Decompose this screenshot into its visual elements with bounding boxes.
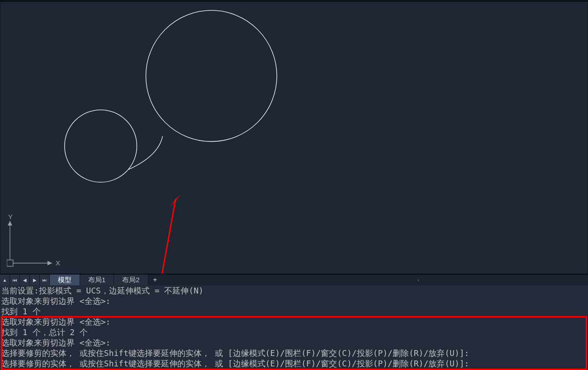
command-line-panel[interactable]: 当前设置:投影模式 = UCS，边延伸模式 = 不延伸(N) 选取对象来剪切边界…: [0, 285, 588, 370]
cmd-line: 选择要修剪的实体， 或按住Shift键选择要延伸的实体， 或 [边缘模式(E)/…: [1, 358, 587, 369]
drawing-canvas[interactable]: X Y: [0, 3, 588, 274]
ucs-indicator: X Y: [7, 215, 61, 269]
tab-add-button[interactable]: +: [148, 274, 162, 285]
tab-model[interactable]: 模型: [50, 274, 80, 285]
cmd-line: 当前设置:投影模式 = UCS，边延伸模式 = 不延伸(N): [1, 285, 587, 296]
svg-marker-6: [8, 221, 12, 226]
command-history: 当前设置:投影模式 = UCS，边延伸模式 = 不延伸(N) 选取对象来剪切边界…: [0, 285, 588, 370]
tab-next-button[interactable]: ▶: [30, 274, 40, 285]
ucs-y-label: Y: [8, 215, 13, 221]
svg-rect-2: [7, 260, 13, 266]
cmd-line: 选择要修剪的实体， 或按住Shift键选择要延伸的实体， 或 [边缘模式(E)/…: [1, 348, 587, 358]
svg-marker-1: [170, 194, 181, 207]
cmd-line: 选取对象来剪切边界 <全选>:: [1, 337, 587, 348]
tab-collapse-button[interactable]: ▲: [0, 274, 10, 285]
circle-small: [65, 110, 137, 183]
cmd-line: 选取对象来剪切边界 <全选>:: [1, 317, 587, 327]
tab-first-button[interactable]: ⏮: [10, 274, 20, 285]
circle-large: [146, 10, 277, 142]
cmd-line: 选取对象来剪切边界 <全选>:: [1, 296, 587, 306]
svg-line-0: [152, 199, 175, 274]
svg-marker-4: [47, 261, 52, 265]
connecting-arc: [128, 136, 163, 170]
layout-tab-bar: ▲ ⏮ ◀ ▶ ⏭ 模型 布局1 布局2 + ‹: [0, 274, 588, 285]
cmd-line: 找到 1 个，总计 2 个: [1, 327, 587, 337]
tab-layout1[interactable]: 布局1: [80, 274, 114, 285]
tab-layout2[interactable]: 布局2: [114, 274, 148, 285]
scroll-left-icon[interactable]: ‹: [413, 274, 423, 285]
tab-last-button[interactable]: ⏭: [40, 274, 50, 285]
ucs-x-label: X: [56, 259, 60, 267]
cmd-line: 找到 1 个: [1, 306, 587, 317]
drawing-objects: [0, 3, 588, 274]
annotation-arrow: [0, 3, 588, 274]
tab-prev-button[interactable]: ◀: [20, 274, 30, 285]
